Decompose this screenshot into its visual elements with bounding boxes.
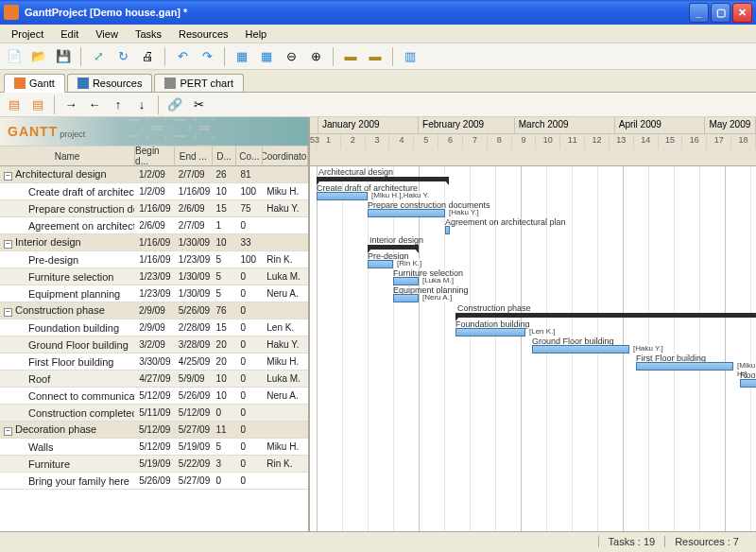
- week-cell: 7: [463, 134, 488, 149]
- gantt-task-bar[interactable]: [317, 192, 368, 200]
- zoom-out-icon[interactable]: ⊖: [281, 46, 301, 67]
- undo-icon[interactable]: ↶: [172, 46, 193, 67]
- resources-icon: [77, 78, 89, 89]
- table-row[interactable]: Agreement on architectural plan2/6/092/7…: [0, 217, 308, 234]
- table-row[interactable]: Create draft of architecture1/2/091/16/0…: [0, 183, 308, 200]
- indent-icon[interactable]: →: [60, 95, 81, 115]
- next-icon[interactable]: ▦: [256, 46, 277, 67]
- gantt-task-bar[interactable]: [455, 328, 525, 336]
- app-icon: [4, 5, 19, 20]
- tabbar: Gantt Resources PERT chart: [0, 70, 756, 93]
- collapse-icon[interactable]: −: [4, 427, 12, 436]
- table-row[interactable]: −Interior design1/16/091/30/091033: [0, 234, 308, 251]
- table-row[interactable]: Connect to communications5/12/095/26/091…: [0, 388, 308, 405]
- resource-label: [Len K.]: [527, 327, 558, 336]
- table-row[interactable]: −Architectural design1/2/092/7/092681: [0, 166, 308, 183]
- table-row[interactable]: Ground Floor building3/2/093/28/09200Hak…: [0, 336, 308, 354]
- gantt-task-bar[interactable]: [368, 209, 445, 217]
- collapse-icon[interactable]: −: [4, 172, 12, 181]
- table-row[interactable]: Bring your family here5/26/095/27/0900: [0, 473, 308, 490]
- gantt-group-bar[interactable]: [368, 245, 419, 250]
- moveup-icon[interactable]: ↑: [108, 95, 129, 115]
- week-cell: 18: [731, 134, 756, 149]
- redo-icon[interactable]: ↷: [197, 46, 217, 67]
- week-cell: 14: [634, 134, 659, 149]
- task-del-icon[interactable]: ▤: [27, 95, 48, 115]
- col-name[interactable]: Name: [0, 147, 135, 165]
- col-coordinator[interactable]: Coordinator: [263, 147, 308, 165]
- table-row[interactable]: Pre-design1/16/091/23/095100Rin K.: [0, 251, 308, 268]
- week-cell: 1: [317, 134, 341, 149]
- unlink-icon[interactable]: ✂: [188, 95, 209, 115]
- gantt-toolbar: ▤ ▤ → ← ↑ ↓ 🔗 ✂: [0, 93, 756, 117]
- zoom-in-icon[interactable]: ⊕: [305, 46, 326, 67]
- gantt-task-bar[interactable]: [393, 294, 419, 302]
- menu-tasks[interactable]: Tasks: [128, 26, 169, 42]
- toggle2-icon[interactable]: ▬: [365, 46, 386, 67]
- window-title: GanttProject [Demo house.gan] *: [25, 7, 689, 18]
- gantt-task-bar[interactable]: [368, 260, 393, 268]
- table-row[interactable]: Roof4/27/095/9/09100Luka M.: [0, 371, 308, 388]
- table-row[interactable]: −Decoration phase5/12/095/27/09110: [0, 422, 308, 439]
- collapse-icon[interactable]: −: [4, 308, 12, 317]
- resource-chart-icon[interactable]: ▥: [400, 46, 421, 67]
- table-row[interactable]: Furniture selection1/23/091/30/0950Luka …: [0, 268, 308, 285]
- col-begin[interactable]: Begin d...: [135, 147, 175, 165]
- status-tasks: Tasks : 19: [598, 536, 665, 547]
- week-cell: 11: [560, 134, 585, 149]
- titlebar[interactable]: GanttProject [Demo house.gan] * _ ▢ ✕: [0, 0, 756, 25]
- tab-gantt[interactable]: Gantt: [4, 74, 65, 93]
- task-new-icon[interactable]: ▤: [4, 95, 25, 115]
- menu-view[interactable]: View: [88, 26, 126, 42]
- maximize-button[interactable]: ▢: [711, 3, 730, 23]
- close-button[interactable]: ✕: [732, 3, 752, 23]
- table-row[interactable]: −Construction phase2/9/095/26/09760: [0, 302, 308, 319]
- menubar: Project Edit View Tasks Resources Help: [0, 25, 756, 43]
- menu-project[interactable]: Project: [4, 26, 51, 42]
- tab-resources[interactable]: Resources: [67, 74, 153, 92]
- gantt-task-bar[interactable]: [532, 345, 629, 354]
- main-toolbar: 📄 📂 💾 ⤢ ↻ 🖨 ↶ ↷ ▦ ▦ ⊖ ⊕ ▬ ▬ ▥: [0, 43, 756, 70]
- menu-edit[interactable]: Edit: [53, 26, 86, 42]
- table-row[interactable]: Walls5/12/095/19/0950Miku H.: [0, 439, 308, 456]
- col-complete[interactable]: Co...: [236, 147, 263, 165]
- table-row[interactable]: Construction completed5/11/095/12/0900: [0, 405, 308, 422]
- tab-pert[interactable]: PERT chart: [154, 74, 243, 92]
- link-icon[interactable]: 🔗: [164, 95, 185, 115]
- gantt-label: Construction phase: [457, 303, 531, 313]
- zoom-fit-icon[interactable]: ⤢: [88, 46, 109, 67]
- gantt-group-bar[interactable]: [317, 177, 449, 181]
- table-row[interactable]: Equipment planning1/23/091/30/0950Neru A…: [0, 285, 308, 302]
- gantt-task-bar[interactable]: [445, 226, 450, 234]
- table-row[interactable]: First Floor building3/30/094/25/09200Mik…: [0, 354, 308, 371]
- table-body: −Architectural design1/2/092/7/092681Cre…: [0, 166, 308, 531]
- month-cell: May 2009: [705, 117, 756, 133]
- new-icon[interactable]: 📄: [4, 46, 25, 67]
- menu-resources[interactable]: Resources: [171, 26, 236, 42]
- gantt-group-bar[interactable]: [455, 313, 756, 318]
- col-duration[interactable]: D...: [213, 147, 237, 165]
- save-icon[interactable]: 💾: [53, 46, 74, 67]
- chart-body[interactable]: Architectural designCreate draft of arch…: [310, 166, 756, 531]
- gantt-task-bar[interactable]: [393, 277, 419, 285]
- table-row[interactable]: Prepare construction documents1/16/092/6…: [0, 200, 308, 217]
- refresh-icon[interactable]: ↻: [112, 46, 133, 67]
- gantt-task-bar[interactable]: [636, 362, 733, 371]
- prev-icon[interactable]: ▦: [232, 46, 252, 67]
- resource-label: [Haku Y.]: [631, 344, 665, 353]
- collapse-icon[interactable]: −: [4, 240, 12, 249]
- table-row[interactable]: Furniture5/19/095/22/0930Rin K.: [0, 456, 308, 473]
- resource-label: [Rin K.]: [395, 259, 423, 267]
- col-end[interactable]: End ...: [175, 147, 213, 165]
- timeline-header: January 2009February 2009March 2009April…: [310, 117, 756, 166]
- outdent-icon[interactable]: ←: [84, 95, 105, 115]
- open-icon[interactable]: 📂: [28, 46, 49, 67]
- movedown-icon[interactable]: ↓: [131, 95, 152, 115]
- menu-help[interactable]: Help: [238, 26, 275, 42]
- gantt-task-bar[interactable]: [740, 379, 756, 388]
- toggle1-icon[interactable]: ▬: [340, 46, 361, 67]
- minimize-button[interactable]: _: [689, 3, 709, 23]
- table-row[interactable]: Foundation building2/9/092/28/09150Len K…: [0, 319, 308, 336]
- gantt-label: Interior design: [369, 235, 423, 245]
- print-icon[interactable]: 🖨: [137, 46, 158, 67]
